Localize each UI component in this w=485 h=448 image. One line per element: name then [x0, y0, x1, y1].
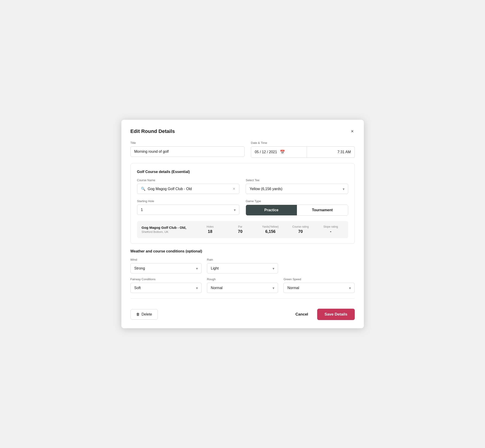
fairway-group: Fairway Conditions DryNormal SoftWet ▾: [130, 278, 202, 293]
course-rating-label: Course rating: [292, 225, 309, 228]
fairway-dropdown[interactable]: DryNormal SoftWet: [130, 283, 202, 293]
select-tee-dropdown[interactable]: Yellow (6,156 yards) White Red Blue: [246, 184, 348, 194]
wind-select-wrap: CalmLightModerate StrongVery Strong ▾: [130, 263, 202, 273]
starting-hole-group: Starting Hole 1234 5678 910 ▾: [137, 200, 240, 216]
course-name-input[interactable]: 🔍 Gog Magog Golf Club - Old ✕: [137, 184, 240, 194]
search-icon: 🔍: [141, 187, 146, 191]
golf-section-title: Golf Course details (Essential): [137, 170, 348, 174]
tournament-toggle-button[interactable]: Tournament: [297, 205, 348, 215]
rain-dropdown[interactable]: NoneLight ModerateHeavy: [207, 263, 278, 273]
datetime-label: Date & Time: [251, 141, 355, 144]
holes-value: 18: [208, 229, 212, 234]
rough-label: Rough: [207, 278, 278, 281]
wind-rain-row: Wind CalmLightModerate StrongVery Strong…: [130, 258, 355, 273]
course-name-group: Course Name 🔍 Gog Magog Golf Club - Old …: [137, 178, 240, 194]
par-stat: Par 70: [227, 225, 253, 234]
clear-course-icon[interactable]: ✕: [233, 187, 235, 191]
fairway-select-wrap: DryNormal SoftWet ▾: [130, 283, 202, 293]
wind-dropdown[interactable]: CalmLightModerate StrongVery Strong: [130, 263, 202, 273]
course-info-row: Gog Magog Golf Club - Old, Shelford Bott…: [137, 221, 348, 238]
cancel-button[interactable]: Cancel: [292, 309, 312, 320]
starting-hole-label: Starting Hole: [137, 200, 240, 203]
rain-select-wrap: NoneLight ModerateHeavy ▾: [207, 263, 278, 273]
slope-rating-stat: Slope rating -: [318, 225, 343, 234]
holes-label: Holes: [207, 225, 214, 228]
close-button[interactable]: ×: [350, 128, 355, 135]
course-info-name-block: Gog Magog Golf Club - Old, Shelford Bott…: [142, 226, 193, 233]
course-info-name: Gog Magog Golf Club - Old,: [142, 226, 193, 230]
yards-label: Yards(Yellow): [262, 225, 279, 228]
yards-stat: Yards(Yellow) 6,156: [258, 225, 283, 234]
trash-icon: 🗑: [136, 312, 140, 316]
course-name-label: Course Name: [137, 178, 240, 182]
weather-section: Weather and course conditions (optional)…: [130, 249, 355, 293]
title-group: Title: [130, 141, 244, 158]
green-speed-select-wrap: SlowNormal FastVery Fast ▾: [283, 283, 355, 293]
wind-group: Wind CalmLightModerate StrongVery Strong…: [130, 258, 202, 273]
yards-value: 6,156: [265, 229, 275, 234]
starting-hole-dropdown[interactable]: 1234 5678 910: [137, 205, 240, 215]
rough-select-wrap: ShortNormal LongVery Long ▾: [207, 283, 278, 293]
rain-group: Rain NoneLight ModerateHeavy ▾: [207, 258, 278, 273]
wind-label: Wind: [130, 258, 202, 261]
game-type-toggle: Practice Tournament: [246, 205, 348, 216]
course-tee-row: Course Name 🔍 Gog Magog Golf Club - Old …: [137, 178, 348, 194]
game-type-group: Game Type Practice Tournament: [246, 200, 348, 216]
rough-dropdown[interactable]: ShortNormal LongVery Long: [207, 283, 278, 293]
footer-divider: [130, 298, 355, 299]
holes-stat: Holes 18: [197, 225, 223, 234]
delete-label: Delete: [142, 312, 152, 316]
fairway-rough-green-row: Fairway Conditions DryNormal SoftWet ▾ R…: [130, 278, 355, 293]
rough-group: Rough ShortNormal LongVery Long ▾: [207, 278, 278, 293]
select-tee-wrap: Yellow (6,156 yards) White Red Blue ▾: [246, 184, 348, 194]
course-rating-value: 70: [298, 229, 303, 234]
green-speed-group: Green Speed SlowNormal FastVery Fast ▾: [283, 278, 355, 293]
modal-header: Edit Round Details ×: [130, 128, 355, 135]
title-input[interactable]: [130, 146, 244, 157]
date-value: 05 / 12 / 2021: [255, 150, 277, 154]
slope-rating-label: Slope rating: [323, 225, 338, 228]
datetime-group: Date & Time 05 / 12 / 2021 📅 7:31 AM: [251, 141, 355, 158]
date-input[interactable]: 05 / 12 / 2021 📅: [251, 146, 307, 158]
green-speed-label: Green Speed: [283, 278, 355, 281]
calendar-icon: 📅: [280, 150, 285, 155]
select-tee-group: Select Tee Yellow (6,156 yards) White Re…: [246, 178, 348, 194]
footer-right-actions: Cancel Save Details: [292, 309, 355, 320]
green-speed-dropdown[interactable]: SlowNormal FastVery Fast: [283, 283, 355, 293]
weather-section-title: Weather and course conditions (optional): [130, 249, 355, 253]
date-time-inputs: 05 / 12 / 2021 📅 7:31 AM: [251, 146, 355, 158]
footer-row: 🗑 Delete Cancel Save Details: [130, 304, 355, 320]
time-input[interactable]: 7:31 AM: [307, 146, 355, 158]
save-details-button[interactable]: Save Details: [317, 309, 355, 320]
golf-course-section: Golf Course details (Essential) Course N…: [130, 163, 355, 244]
game-type-label: Game Type: [246, 200, 348, 203]
starting-hole-wrap: 1234 5678 910 ▾: [137, 205, 240, 215]
course-name-value: Gog Magog Golf Club - Old: [148, 187, 230, 191]
course-info-location: Shelford Bottom, UK: [142, 230, 193, 233]
time-value: 7:31 AM: [338, 150, 351, 154]
edit-round-modal: Edit Round Details × Title Date & Time 0…: [121, 120, 364, 328]
slope-rating-value: -: [330, 229, 331, 234]
practice-toggle-button[interactable]: Practice: [246, 205, 297, 215]
delete-button[interactable]: 🗑 Delete: [130, 309, 158, 320]
par-label: Par: [238, 225, 242, 228]
select-tee-label: Select Tee: [246, 178, 348, 182]
modal-title: Edit Round Details: [130, 128, 175, 134]
fairway-label: Fairway Conditions: [130, 278, 202, 281]
hole-gametype-row: Starting Hole 1234 5678 910 ▾ Game Type …: [137, 200, 348, 216]
title-datetime-row: Title Date & Time 05 / 12 / 2021 📅 7:31 …: [130, 141, 355, 158]
course-rating-stat: Course rating 70: [288, 225, 313, 234]
title-label: Title: [130, 141, 244, 144]
rain-label: Rain: [207, 258, 278, 261]
par-value: 70: [238, 229, 242, 234]
